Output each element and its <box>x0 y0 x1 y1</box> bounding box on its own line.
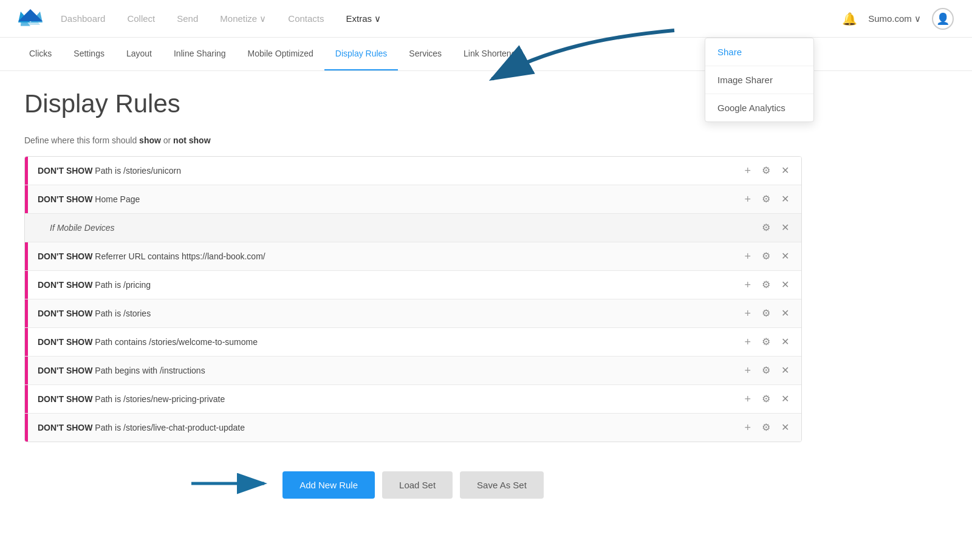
tab-services[interactable]: Services <box>398 38 453 70</box>
add-condition-button[interactable]: + <box>742 334 753 350</box>
settings-button[interactable]: ⚙ <box>759 335 773 349</box>
table-row: DON'T SHOW Path is /stories + ⚙ ✕ <box>25 299 801 328</box>
nav-collect[interactable]: Collect <box>127 13 155 24</box>
tab-inline-sharing[interactable]: Inline Sharing <box>163 38 237 70</box>
nav-monetize[interactable]: Monetize ∨ <box>220 13 266 24</box>
rule-text: DON'T SHOW Home Page <box>28 187 732 211</box>
dont-show-label: DON'T SHOW <box>38 280 92 290</box>
remove-button[interactable]: ✕ <box>779 335 792 349</box>
tab-link-shortener[interactable]: Link Shortener <box>453 38 530 70</box>
settings-button[interactable]: ⚙ <box>759 249 773 264</box>
settings-button[interactable]: ⚙ <box>759 163 773 178</box>
dropdown-image-sharer[interactable]: Image Sharer <box>705 66 813 94</box>
rule-text: DON'T SHOW Path is /stories/new-pricing-… <box>28 387 732 411</box>
remove-button[interactable]: ✕ <box>779 306 792 321</box>
remove-button[interactable]: ✕ <box>779 420 792 435</box>
add-condition-button[interactable]: + <box>742 277 753 293</box>
dropdown-google-analytics[interactable]: Google Analytics <box>705 94 813 121</box>
nav-extras[interactable]: Extras ∨ <box>346 13 382 24</box>
nav-dashboard[interactable]: Dashboard <box>61 13 105 24</box>
dont-show-label: DON'T SHOW <box>38 309 92 318</box>
dont-show-label: DON'T SHOW <box>38 423 92 432</box>
remove-button[interactable]: ✕ <box>779 363 792 378</box>
dropdown-share[interactable]: Share <box>705 38 813 66</box>
table-row: If Mobile Devices ⚙ ✕ <box>25 214 801 242</box>
tab-clicks[interactable]: Clicks <box>18 38 63 70</box>
settings-button[interactable]: ⚙ <box>759 363 773 378</box>
not-show-label: not show <box>173 135 210 145</box>
remove-button[interactable]: ✕ <box>779 249 792 264</box>
rule-actions: + ⚙ ✕ <box>732 191 801 207</box>
add-new-rule-button[interactable]: Add New Rule <box>282 471 375 499</box>
dont-show-label: DON'T SHOW <box>38 194 92 204</box>
table-row: DON'T SHOW Path is /stories/unicorn + ⚙ … <box>25 157 801 185</box>
table-row: DON'T SHOW Home Page + ⚙ ✕ <box>25 185 801 214</box>
avatar-icon: 👤 <box>936 12 950 26</box>
dont-show-label: DON'T SHOW <box>38 394 92 404</box>
page-description: Define where this form should show or no… <box>24 135 802 145</box>
settings-button[interactable]: ⚙ <box>759 192 773 207</box>
rule-actions: + ⚙ ✕ <box>732 334 801 350</box>
add-condition-button[interactable]: + <box>742 363 753 378</box>
rule-actions: + ⚙ ✕ <box>732 163 801 179</box>
add-condition-button[interactable]: + <box>742 191 753 207</box>
table-row: DON'T SHOW Path is /pricing + ⚙ ✕ <box>25 271 801 299</box>
table-row: DON'T SHOW Path begins with /instruction… <box>25 357 801 385</box>
add-condition-button[interactable]: + <box>742 248 753 264</box>
sub-tabs: Clicks Settings Layout Inline Sharing Mo… <box>0 38 972 71</box>
tab-display-rules[interactable]: Display Rules <box>324 38 399 70</box>
rule-actions: + ⚙ ✕ <box>732 306 801 321</box>
bottom-actions: Add New Rule Load Set Save As Set <box>24 459 802 511</box>
settings-button[interactable]: ⚙ <box>759 220 773 235</box>
rule-text: If Mobile Devices <box>28 216 750 240</box>
rule-text: DON'T SHOW Path is /stories/live-chat-pr… <box>28 415 732 440</box>
settings-button[interactable]: ⚙ <box>759 392 773 406</box>
dont-show-label: DON'T SHOW <box>38 166 92 176</box>
remove-button[interactable]: ✕ <box>779 163 792 178</box>
remove-button[interactable]: ✕ <box>779 278 792 292</box>
remove-button[interactable]: ✕ <box>779 220 792 235</box>
tab-layout[interactable]: Layout <box>115 38 163 70</box>
rule-actions: + ⚙ ✕ <box>732 363 801 378</box>
extras-dropdown: Share Image Sharer Google Analytics <box>705 38 814 122</box>
top-navigation: Dashboard Collect Send Monetize ∨ Contac… <box>0 0 972 38</box>
logo[interactable] <box>18 9 43 29</box>
settings-button[interactable]: ⚙ <box>759 306 773 321</box>
rule-actions: ⚙ ✕ <box>750 220 801 235</box>
settings-button[interactable]: ⚙ <box>759 420 773 435</box>
save-as-set-button[interactable]: Save As Set <box>460 471 544 499</box>
remove-button[interactable]: ✕ <box>779 192 792 207</box>
account-menu[interactable]: Sumo.com ∨ <box>868 13 921 24</box>
tab-settings[interactable]: Settings <box>63 38 115 70</box>
rule-condition: Path is /stories/live-chat-product-updat… <box>95 423 245 432</box>
rule-condition: Path begins with /instructions <box>95 366 205 375</box>
table-row: DON'T SHOW Referrer URL contains https:/… <box>25 242 801 271</box>
rule-condition: Path contains /stories/welcome-to-sumome <box>95 337 258 347</box>
nav-send[interactable]: Send <box>177 13 198 24</box>
rule-condition: Home Page <box>95 194 140 204</box>
dont-show-label: DON'T SHOW <box>38 337 92 347</box>
rule-condition: Referrer URL contains https://land-book.… <box>95 251 265 261</box>
rules-container: DON'T SHOW Path is /stories/unicorn + ⚙ … <box>24 156 802 442</box>
rule-text: DON'T SHOW Path is /stories/unicorn <box>28 159 732 183</box>
tab-mobile-optimized[interactable]: Mobile Optimized <box>237 38 324 70</box>
add-condition-button[interactable]: + <box>742 163 753 179</box>
rule-condition: Path is /stories <box>95 309 151 318</box>
notification-bell-icon[interactable]: 🔔 <box>842 12 857 26</box>
remove-button[interactable]: ✕ <box>779 392 792 406</box>
add-condition-button[interactable]: + <box>742 306 753 321</box>
add-condition-button[interactable]: + <box>742 391 753 407</box>
nav-links: Dashboard Collect Send Monetize ∨ Contac… <box>61 13 842 24</box>
rule-text: DON'T SHOW Path is /pricing <box>28 273 732 297</box>
table-row: DON'T SHOW Path is /stories/new-pricing-… <box>25 385 801 414</box>
load-set-button[interactable]: Load Set <box>382 471 453 499</box>
rule-actions: + ⚙ ✕ <box>732 420 801 435</box>
account-name: Sumo.com ∨ <box>868 13 921 24</box>
page-title: Display Rules <box>24 89 802 118</box>
nav-contacts[interactable]: Contacts <box>288 13 324 24</box>
user-avatar[interactable]: 👤 <box>932 8 954 30</box>
table-row: DON'T SHOW Path is /stories/live-chat-pr… <box>25 414 801 442</box>
settings-button[interactable]: ⚙ <box>759 278 773 292</box>
rule-condition: Path is /stories/unicorn <box>95 166 181 176</box>
add-condition-button[interactable]: + <box>742 420 753 435</box>
